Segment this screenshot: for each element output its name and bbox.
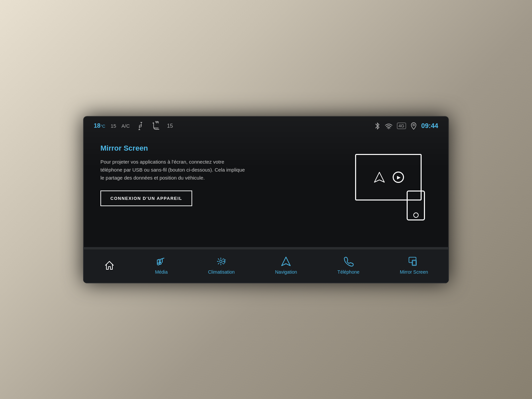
nav-item-climatisation[interactable]: Climatisation [201,254,241,277]
temp-value: 18 [94,122,100,129]
nav-item-home[interactable] [97,258,121,273]
svg-point-3 [413,124,414,126]
media-icon [156,256,167,267]
ac-text: A/C [121,123,130,129]
phone-home-button [413,212,419,218]
wifi-icon [385,123,392,129]
ac-number: 15 [111,123,116,129]
phone-icon [343,256,354,267]
home-icon [104,260,115,271]
bottom-navigation: Média Climatisation Navigation Téléphone [83,249,449,283]
content-left: Mirror Screen Pour projeter vos applicat… [100,144,338,230]
climate-icon [216,256,227,267]
status-left: 18°C 15 A/C [94,121,173,131]
play-button-illustration: ▶ [393,172,404,183]
svg-point-1 [153,122,154,124]
status-right: 4G 09:44 [374,122,439,130]
fan-value: 15 [167,123,173,129]
nav-item-mirror-screen[interactable]: Mirror Screen [393,254,435,277]
nav-item-media[interactable]: Média [148,254,174,277]
temperature-display: 18°C [94,122,105,129]
clock-display: 09:44 [421,122,438,130]
bluetooth-icon [374,122,380,130]
svg-marker-8 [282,257,290,266]
content-right: ▶ [352,144,432,230]
temp-unit: °C [100,124,105,129]
nav-arrow-illustration [373,171,386,184]
fan-icon [135,121,146,131]
location-icon [411,122,417,130]
nav-label-telephone: Téléphone [337,269,359,275]
svg-marker-4 [374,172,384,182]
nav-label-mirror-screen: Mirror Screen [400,269,428,275]
svg-point-2 [388,128,389,129]
network-icon: 4G [397,123,406,129]
mirror-screen-title: Mirror Screen [100,144,338,153]
main-display: 18°C 15 A/C [83,116,449,247]
status-bar: 18°C 15 A/C [84,117,448,134]
nav-label-navigation: Navigation [275,269,297,275]
infotainment-system: 18°C 15 A/C [83,116,449,283]
content-area: Mirror Screen Pour projeter vos applicat… [84,134,448,247]
nav-label-climatisation: Climatisation [208,269,235,275]
mirror-screen-icon [409,256,419,267]
connect-device-button[interactable]: CONNEXION D'UN APPAREIL [100,191,192,206]
svg-point-7 [219,260,222,262]
nav-item-navigation[interactable]: Navigation [268,254,304,277]
nav-item-telephone[interactable]: Téléphone [331,254,366,277]
description-text: Pour projeter vos applications à l'écran… [100,158,247,182]
nav-label-media: Média [155,269,168,275]
svg-point-0 [139,125,141,127]
seat-heat-icon [151,121,162,131]
phone-illustration [407,191,425,220]
mirror-illustration: ▶ [355,154,428,220]
navigation-icon [281,256,291,267]
